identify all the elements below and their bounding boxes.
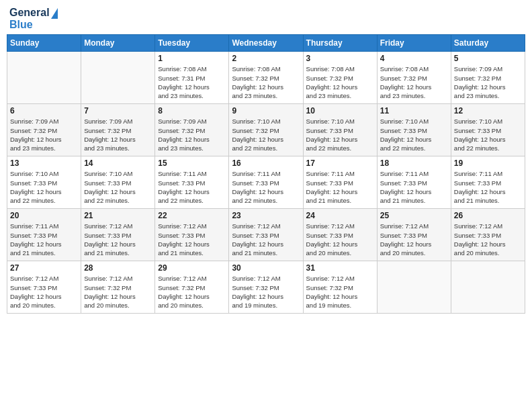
calendar-cell: 5Sunrise: 7:09 AM Sunset: 7:32 PM Daylig… (451, 52, 525, 104)
day-number: 11 (380, 106, 448, 116)
calendar-table: SundayMondayTuesdayWednesdayThursdayFrid… (7, 34, 525, 314)
day-number: 3 (306, 54, 374, 63)
day-info: Sunrise: 7:12 AM Sunset: 7:33 PM Dayligh… (380, 222, 448, 257)
day-number: 7 (84, 106, 152, 116)
day-number: 20 (10, 211, 78, 220)
calendar-cell: 7Sunrise: 7:09 AM Sunset: 7:32 PM Daylig… (81, 104, 155, 156)
day-info: Sunrise: 7:10 AM Sunset: 7:33 PM Dayligh… (84, 169, 152, 205)
day-number: 26 (454, 211, 522, 220)
logo: General Blue (9, 7, 58, 30)
calendar-cell: 9Sunrise: 7:10 AM Sunset: 7:32 PM Daylig… (229, 104, 303, 156)
day-info: Sunrise: 7:12 AM Sunset: 7:33 PM Dayligh… (306, 222, 374, 257)
day-number: 15 (158, 158, 226, 168)
day-info: Sunrise: 7:12 AM Sunset: 7:33 PM Dayligh… (158, 222, 226, 257)
day-number: 5 (454, 54, 522, 63)
day-info: Sunrise: 7:09 AM Sunset: 7:32 PM Dayligh… (10, 117, 78, 152)
day-info: Sunrise: 7:10 AM Sunset: 7:33 PM Dayligh… (10, 169, 78, 205)
calendar-cell: 4Sunrise: 7:08 AM Sunset: 7:32 PM Daylig… (377, 52, 451, 104)
calendar-header-row: SundayMondayTuesdayWednesdayThursdayFrid… (7, 35, 525, 52)
day-info: Sunrise: 7:08 AM Sunset: 7:32 PM Dayligh… (380, 64, 448, 100)
calendar-week-3: 13Sunrise: 7:10 AM Sunset: 7:33 PM Dayli… (7, 156, 525, 209)
day-number: 28 (84, 263, 152, 273)
day-info: Sunrise: 7:12 AM Sunset: 7:32 PM Dayligh… (232, 274, 300, 310)
calendar-cell: 6Sunrise: 7:09 AM Sunset: 7:32 PM Daylig… (7, 104, 81, 156)
calendar-cell: 8Sunrise: 7:09 AM Sunset: 7:32 PM Daylig… (155, 104, 229, 156)
day-number: 21 (84, 211, 152, 220)
day-header-tuesday: Tuesday (155, 35, 229, 52)
calendar-week-4: 20Sunrise: 7:11 AM Sunset: 7:33 PM Dayli… (7, 209, 525, 261)
day-info: Sunrise: 7:12 AM Sunset: 7:32 PM Dayligh… (84, 274, 152, 310)
day-number: 24 (306, 211, 374, 220)
day-number: 29 (158, 263, 226, 273)
calendar-cell: 22Sunrise: 7:12 AM Sunset: 7:33 PM Dayli… (155, 209, 229, 261)
day-number: 30 (232, 263, 300, 273)
day-number: 27 (10, 263, 78, 273)
day-number: 4 (380, 54, 448, 63)
day-header-friday: Friday (377, 35, 451, 52)
day-header-thursday: Thursday (303, 35, 377, 52)
day-info: Sunrise: 7:12 AM Sunset: 7:33 PM Dayligh… (84, 222, 152, 257)
day-number: 31 (306, 263, 374, 273)
day-number: 13 (10, 158, 78, 168)
day-number: 1 (158, 54, 226, 63)
day-info: Sunrise: 7:12 AM Sunset: 7:32 PM Dayligh… (306, 274, 374, 310)
day-number: 17 (306, 158, 374, 168)
calendar-cell: 11Sunrise: 7:10 AM Sunset: 7:33 PM Dayli… (377, 104, 451, 156)
day-number: 14 (84, 158, 152, 168)
calendar-week-5: 27Sunrise: 7:12 AM Sunset: 7:33 PM Dayli… (7, 261, 525, 314)
calendar-cell (451, 261, 525, 314)
day-info: Sunrise: 7:08 AM Sunset: 7:32 PM Dayligh… (232, 64, 300, 100)
page-header: General Blue (7, 7, 525, 30)
calendar-cell: 10Sunrise: 7:10 AM Sunset: 7:33 PM Dayli… (303, 104, 377, 156)
day-number: 16 (232, 158, 300, 168)
calendar-cell (81, 52, 155, 104)
calendar-cell: 3Sunrise: 7:08 AM Sunset: 7:32 PM Daylig… (303, 52, 377, 104)
calendar-cell: 25Sunrise: 7:12 AM Sunset: 7:33 PM Dayli… (377, 209, 451, 261)
calendar-cell: 30Sunrise: 7:12 AM Sunset: 7:32 PM Dayli… (229, 261, 303, 314)
day-number: 6 (10, 106, 78, 116)
calendar-cell: 2Sunrise: 7:08 AM Sunset: 7:32 PM Daylig… (229, 52, 303, 104)
day-header-sunday: Sunday (7, 35, 81, 52)
day-info: Sunrise: 7:08 AM Sunset: 7:31 PM Dayligh… (158, 64, 226, 100)
day-info: Sunrise: 7:11 AM Sunset: 7:33 PM Dayligh… (454, 169, 522, 205)
calendar-cell: 12Sunrise: 7:10 AM Sunset: 7:33 PM Dayli… (451, 104, 525, 156)
calendar-cell: 28Sunrise: 7:12 AM Sunset: 7:32 PM Dayli… (81, 261, 155, 314)
day-info: Sunrise: 7:10 AM Sunset: 7:33 PM Dayligh… (454, 117, 522, 152)
calendar-cell: 19Sunrise: 7:11 AM Sunset: 7:33 PM Dayli… (451, 156, 525, 209)
day-info: Sunrise: 7:12 AM Sunset: 7:32 PM Dayligh… (158, 274, 226, 310)
calendar-cell: 13Sunrise: 7:10 AM Sunset: 7:33 PM Dayli… (7, 156, 81, 209)
day-number: 18 (380, 158, 448, 168)
day-number: 12 (454, 106, 522, 116)
day-number: 9 (232, 106, 300, 116)
day-header-wednesday: Wednesday (229, 35, 303, 52)
day-info: Sunrise: 7:10 AM Sunset: 7:33 PM Dayligh… (306, 117, 374, 152)
day-info: Sunrise: 7:10 AM Sunset: 7:32 PM Dayligh… (232, 117, 300, 152)
day-info: Sunrise: 7:11 AM Sunset: 7:33 PM Dayligh… (306, 169, 374, 205)
day-info: Sunrise: 7:12 AM Sunset: 7:33 PM Dayligh… (10, 274, 78, 310)
calendar-cell: 16Sunrise: 7:11 AM Sunset: 7:33 PM Dayli… (229, 156, 303, 209)
calendar-cell: 18Sunrise: 7:11 AM Sunset: 7:33 PM Dayli… (377, 156, 451, 209)
day-number: 23 (232, 211, 300, 220)
calendar-cell (377, 261, 451, 314)
calendar-week-1: 1Sunrise: 7:08 AM Sunset: 7:31 PM Daylig… (7, 52, 525, 104)
day-number: 19 (454, 158, 522, 168)
calendar-week-2: 6Sunrise: 7:09 AM Sunset: 7:32 PM Daylig… (7, 104, 525, 156)
calendar-cell: 20Sunrise: 7:11 AM Sunset: 7:33 PM Dayli… (7, 209, 81, 261)
day-info: Sunrise: 7:08 AM Sunset: 7:32 PM Dayligh… (306, 64, 374, 100)
calendar-cell: 1Sunrise: 7:08 AM Sunset: 7:31 PM Daylig… (155, 52, 229, 104)
day-number: 2 (232, 54, 300, 63)
day-header-saturday: Saturday (451, 35, 525, 52)
day-number: 22 (158, 211, 226, 220)
calendar-cell: 14Sunrise: 7:10 AM Sunset: 7:33 PM Dayli… (81, 156, 155, 209)
day-info: Sunrise: 7:09 AM Sunset: 7:32 PM Dayligh… (84, 117, 152, 152)
calendar-cell: 27Sunrise: 7:12 AM Sunset: 7:33 PM Dayli… (7, 261, 81, 314)
calendar-cell: 29Sunrise: 7:12 AM Sunset: 7:32 PM Dayli… (155, 261, 229, 314)
day-info: Sunrise: 7:11 AM Sunset: 7:33 PM Dayligh… (158, 169, 226, 205)
calendar-cell: 15Sunrise: 7:11 AM Sunset: 7:33 PM Dayli… (155, 156, 229, 209)
day-number: 10 (306, 106, 374, 116)
day-info: Sunrise: 7:09 AM Sunset: 7:32 PM Dayligh… (454, 64, 522, 100)
day-header-monday: Monday (81, 35, 155, 52)
day-info: Sunrise: 7:11 AM Sunset: 7:33 PM Dayligh… (10, 222, 78, 257)
day-info: Sunrise: 7:11 AM Sunset: 7:33 PM Dayligh… (232, 169, 300, 205)
day-number: 8 (158, 106, 226, 116)
